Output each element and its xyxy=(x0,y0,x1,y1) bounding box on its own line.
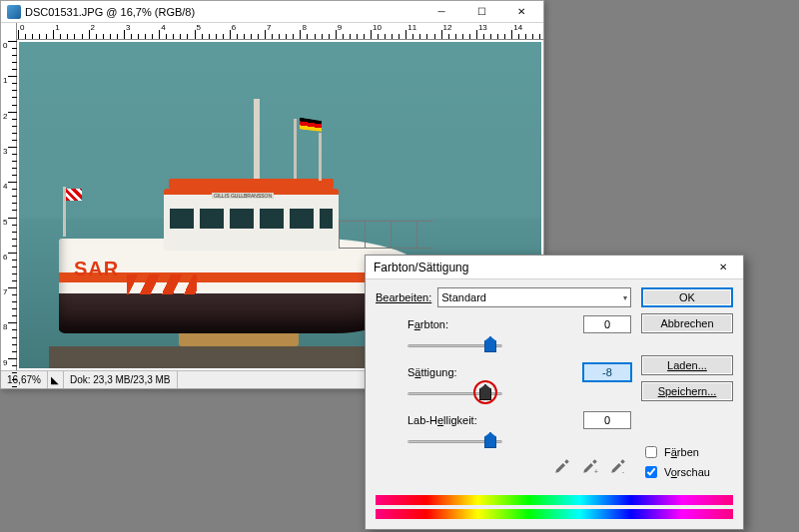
ruler-v-label: 3 xyxy=(3,147,7,156)
ruler-h-label: 3 xyxy=(126,23,130,32)
maximize-button[interactable]: ☐ xyxy=(461,2,501,22)
minimize-button[interactable]: ─ xyxy=(421,2,461,22)
ruler-h-label: 13 xyxy=(478,23,487,32)
doc-size: Dok: 23,3 MB/23,3 MB xyxy=(64,371,178,388)
ruler-v-label: 4 xyxy=(3,182,7,191)
lightness-slider[interactable] xyxy=(407,431,573,453)
edit-label: Bearbeiten: xyxy=(376,291,431,303)
preview-checkbox-box[interactable] xyxy=(645,466,657,478)
status-triangle-icon[interactable]: ◣ xyxy=(48,371,64,388)
ruler-v-label: 7 xyxy=(3,287,7,296)
ruler-v-label: 5 xyxy=(3,218,7,227)
preview-checkbox[interactable]: Vorschau xyxy=(641,463,733,481)
spectrum-input[interactable] xyxy=(376,495,733,505)
boat-name-plate: GILLIS GULLBRANSSON xyxy=(212,193,274,199)
ruler-h-label: 8 xyxy=(302,23,306,32)
save-button[interactable]: Speichern... xyxy=(641,381,733,401)
slider-thumb[interactable] xyxy=(484,432,496,448)
colorize-checkbox[interactable]: Färben xyxy=(641,443,733,461)
chevron-down-icon: ▾ xyxy=(623,293,627,302)
saturation-input[interactable] xyxy=(583,363,631,381)
ok-button[interactable]: OK xyxy=(641,287,733,307)
ruler-h-label: 1 xyxy=(55,23,59,32)
zoom-field[interactable]: 16,67% xyxy=(1,371,48,388)
edit-select-value: Standard xyxy=(441,291,486,303)
dialog-title: Farbton/Sättigung xyxy=(374,261,703,274)
ruler-h-label: 2 xyxy=(91,23,95,32)
hue-label: Farbton: xyxy=(407,318,487,330)
app-icon xyxy=(7,5,21,19)
lightness-input[interactable] xyxy=(583,411,631,429)
ruler-horizontal[interactable]: 01234567891011121314 xyxy=(1,23,543,40)
lightness-label: Lab-Helligkeit: xyxy=(407,414,487,426)
ruler-h-label: 7 xyxy=(267,23,271,32)
slider-thumb[interactable] xyxy=(484,336,496,352)
ruler-h-label: 9 xyxy=(338,23,342,32)
ruler-v-label: 6 xyxy=(3,253,7,262)
svg-text:-: - xyxy=(622,467,625,475)
eyedropper-icon[interactable] xyxy=(553,457,571,475)
document-titlebar[interactable]: DSC01531.JPG @ 16,7% (RGB/8) ─ ☐ ✕ xyxy=(1,1,543,23)
boat-sar-text: SAR xyxy=(74,258,119,280)
spectrum-bars xyxy=(376,493,733,521)
ruler-origin[interactable] xyxy=(1,23,17,40)
ruler-h-label: 12 xyxy=(443,23,452,32)
svg-text:+: + xyxy=(594,467,599,475)
spectrum-output xyxy=(376,509,733,519)
ruler-vertical[interactable]: 0123456789 xyxy=(1,40,17,370)
flag-icon xyxy=(300,117,322,132)
colorize-checkbox-box[interactable] xyxy=(645,446,657,458)
eyedropper-minus-icon[interactable]: - xyxy=(609,457,627,475)
ruler-h-label: 4 xyxy=(161,23,165,32)
ruler-v-label: 0 xyxy=(3,41,7,50)
saturation-label: Sättigung: xyxy=(407,366,487,378)
hue-slider[interactable] xyxy=(407,335,573,357)
ruler-h-label: 5 xyxy=(197,23,201,32)
ruler-v-label: 9 xyxy=(3,358,7,367)
ruler-v-label: 2 xyxy=(3,112,7,121)
cancel-button[interactable]: Abbrechen xyxy=(641,313,733,333)
ruler-v-label: 1 xyxy=(3,76,7,85)
ruler-h-label: 6 xyxy=(232,23,236,32)
load-button[interactable]: Laden... xyxy=(641,355,733,375)
close-button[interactable]: ✕ xyxy=(501,2,541,22)
hue-sat-dialog: Farbton/Sättigung ✕ Bearbeiten: Standard… xyxy=(365,255,744,530)
slider-thumb[interactable] xyxy=(479,384,491,400)
edit-select[interactable]: Standard ▾ xyxy=(437,287,631,307)
ruler-h-label: 11 xyxy=(407,23,416,32)
ruler-h-label: 14 xyxy=(513,23,522,32)
dialog-close-button[interactable]: ✕ xyxy=(703,258,743,277)
saturation-slider[interactable] xyxy=(407,383,573,405)
eyedropper-group: + - xyxy=(376,453,631,475)
ruler-h-label: 0 xyxy=(20,23,24,32)
ruler-v-label: 8 xyxy=(3,322,7,331)
dialog-titlebar[interactable]: Farbton/Sättigung ✕ xyxy=(366,256,743,279)
ruler-h-label: 10 xyxy=(373,23,382,32)
document-title: DSC01531.JPG @ 16,7% (RGB/8) xyxy=(25,6,421,18)
hue-input[interactable] xyxy=(583,315,631,333)
eyedropper-plus-icon[interactable]: + xyxy=(581,457,599,475)
